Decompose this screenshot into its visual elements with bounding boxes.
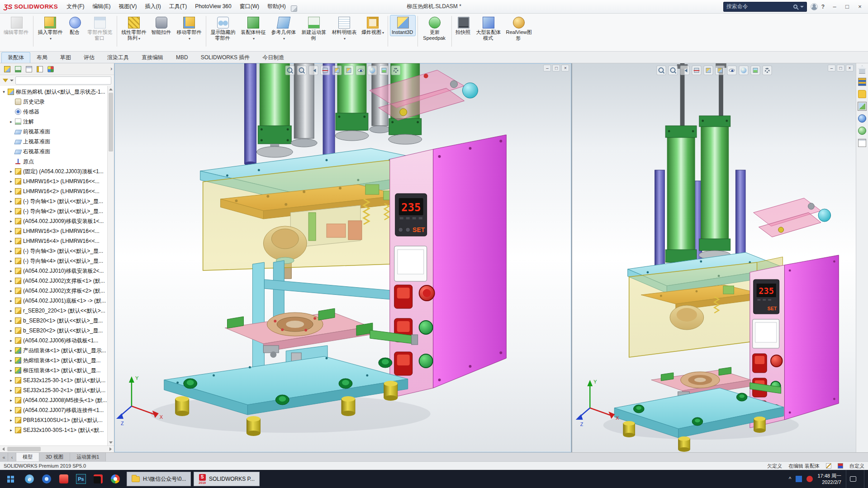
tree-item[interactable]: 右视基准面 [0, 147, 107, 156]
quick-launch-item[interactable]: Ps [72, 470, 90, 488]
commandmanager-tab[interactable]: 直接编辑 [135, 52, 170, 63]
toolbar-button[interactable]: 零部件预览窗口 [85, 15, 115, 42]
assembly-model-left-view[interactable]: 235 SET [114, 63, 571, 452]
scrollbar-thumb[interactable] [109, 93, 113, 152]
design-library-icon[interactable] [858, 78, 866, 86]
expand-arrow-icon[interactable]: ▸ [9, 358, 13, 363]
featuremanager-tab-icon[interactable] [2, 64, 12, 74]
scrollbar-thumb[interactable] [7, 447, 41, 451]
menu-item[interactable]: 工具(T) [165, 0, 191, 13]
toolbar-button[interactable]: Instant3D [390, 15, 416, 36]
expand-arrow-icon[interactable]: ▸ [9, 259, 13, 263]
expand-arrow-icon[interactable]: ▸ [9, 398, 13, 403]
tree-item[interactable]: ▸ SEJ32x125-30-2<1> (默认<默认... [0, 385, 107, 395]
expand-arrow-icon[interactable]: ▸ [9, 189, 13, 194]
expand-arrow-icon[interactable]: ▸ [9, 179, 13, 184]
scroll-down-icon[interactable] [108, 439, 114, 445]
dimxpert-tab-icon[interactable] [35, 64, 44, 74]
scroll-left-icon[interactable] [0, 446, 7, 452]
toolbar-button[interactable]: 线性零部件阵列▾ [119, 15, 149, 42]
toolbar-button[interactable]: 显示隐藏的零部件 [208, 15, 238, 42]
tree-item[interactable]: ▸ 产品组装体<1> (默认<默认_显示... [0, 346, 107, 355]
previous-view-icon[interactable] [309, 66, 318, 75]
expand-arrow-icon[interactable]: ▸ [9, 308, 13, 313]
commandmanager-tab[interactable]: 布局 [30, 52, 54, 63]
tree-item[interactable]: ▸ (A054.002.JJ001)底板<1> -> (默... [0, 296, 107, 306]
close-icon[interactable]: × [854, 0, 866, 13]
tree-vertical-scrollbar[interactable] [107, 86, 114, 445]
tree-item[interactable]: ▸ (A054.002.JJ010)移载安装板2<... [0, 266, 107, 276]
menu-item[interactable]: 视图(V) [115, 0, 141, 13]
maximize-icon[interactable]: □ [841, 0, 854, 13]
display-style-icon[interactable] [715, 66, 725, 75]
toolbar-button[interactable]: 新建运动算例 [299, 15, 329, 42]
view-settings-icon[interactable] [762, 66, 772, 75]
expand-arrow-icon[interactable]: ▸ [9, 199, 13, 204]
commandmanager-tab[interactable]: 渲染工具 [101, 52, 135, 63]
commandmanager-tab[interactable]: 草图 [54, 52, 77, 63]
tree-item[interactable]: ▸ SEJ32x125-30-1<1> (默认<默认... [0, 375, 107, 385]
expand-arrow-icon[interactable]: ▸ [9, 239, 13, 243]
start-button[interactable] [0, 470, 21, 488]
user-account-icon[interactable] [811, 3, 818, 10]
toolbar-button[interactable]: 智能扣件 [149, 15, 174, 36]
displaymanager-tab-icon[interactable] [46, 64, 55, 74]
menu-item[interactable]: 窗口(W) [236, 0, 263, 13]
tree-item[interactable]: ▸ (-) 导向轴<2> (默认<<默认>_显... [0, 206, 107, 216]
tray-icon-red[interactable] [806, 476, 813, 482]
tree-item[interactable]: ▸ PBR16X100SU<1> (默认<默认... [0, 415, 107, 425]
viewport-close-icon[interactable]: × [846, 65, 854, 71]
pneumatic-manifold[interactable] [754, 198, 831, 237]
expand-arrow-icon[interactable]: ▸ [9, 388, 13, 393]
tab-scroll-right-icon[interactable]: ‹ [8, 453, 16, 461]
search-icon[interactable] [793, 5, 797, 9]
tree-item[interactable]: ▸ (-) 导向轴<1> (默认<<默认>_显... [0, 196, 107, 206]
tree-item[interactable]: ▸ (A054.002.JJ006)移动载板<1... [0, 336, 107, 346]
toolbar-button[interactable]: 大型装配体模式 [474, 15, 503, 42]
menu-item[interactable]: PhotoView 360 [191, 0, 236, 13]
search-dropdown-icon[interactable] [800, 6, 804, 8]
search-input[interactable]: 搜索命令 [726, 3, 791, 10]
tree-item[interactable]: ▸ r_SEB20_220<1> (默认<<默认>... [0, 306, 107, 316]
tree-horizontal-scrollbar[interactable] [0, 445, 114, 452]
custom-properties-icon[interactable] [858, 139, 866, 147]
expand-arrow-icon[interactable]: ▸ [9, 408, 13, 412]
expand-arrow-icon[interactable]: ▸ [9, 169, 13, 174]
tree-item[interactable]: ▸ b_SEB20<1> (默认<<默认>_显... [0, 316, 107, 326]
tree-filter-input[interactable] [15, 76, 111, 85]
panel-flyout-icon[interactable]: › [110, 65, 112, 72]
menu-item[interactable]: 帮助(H) [263, 0, 290, 13]
view-palette-icon[interactable] [858, 102, 866, 110]
display-style-icon[interactable] [344, 66, 354, 75]
toolbar-button[interactable]: 移动零部件▾ [174, 15, 204, 42]
control-box[interactable]: 235 SET [390, 135, 506, 398]
tray-icon-blue[interactable] [796, 476, 802, 482]
quick-launch-item[interactable]: e [21, 470, 38, 488]
commandmanager-tab[interactable]: SOLIDWORKS 插件 [194, 52, 256, 63]
viewport-restore-icon[interactable]: □ [837, 65, 844, 71]
tree-item[interactable]: ▾ 柳压热熔机 (默认<默认_显示状态-1... [0, 87, 107, 97]
zoom-area-icon[interactable] [668, 66, 678, 75]
commandmanager-tab[interactable]: MBD [170, 52, 194, 63]
tree-item[interactable]: ▸ (A054.002.JJ009)移载安装板1<... [0, 216, 107, 226]
tree-item[interactable]: ▸ 柳压组装体<1> (默认<默认_显... [0, 365, 107, 375]
apply-scene-icon[interactable] [750, 66, 760, 75]
viewport-minimize-icon[interactable]: – [543, 65, 551, 71]
expand-arrow-icon[interactable]: ▸ [9, 428, 13, 432]
view-orientation-icon[interactable] [703, 66, 713, 75]
expand-arrow-icon[interactable]: ▸ [9, 209, 13, 213]
tree-item[interactable]: ▸ LHMRW16<4> (LHMRW16<<... [0, 236, 107, 246]
section-view-icon[interactable] [321, 66, 330, 75]
appearances-icon[interactable] [858, 114, 866, 123]
expand-arrow-icon[interactable]: ▸ [9, 348, 13, 353]
taskbar-app-folder[interactable]: H:\微信公众号\0... [127, 472, 191, 486]
toolbar-button[interactable]: 装配体特征▾ [238, 15, 268, 42]
view-settings-icon[interactable] [391, 66, 401, 75]
filter-icon[interactable] [3, 79, 8, 82]
tree-item[interactable]: ▸ b_SEB20<2> (默认<<默认>_显... [0, 326, 107, 336]
quick-launch-item[interactable] [90, 470, 107, 488]
notification-center-button[interactable] [846, 470, 859, 488]
viewport-close-icon[interactable]: × [561, 65, 569, 71]
menu-item[interactable]: 编辑(E) [89, 0, 115, 13]
hide-show-items-icon[interactable] [356, 66, 365, 75]
